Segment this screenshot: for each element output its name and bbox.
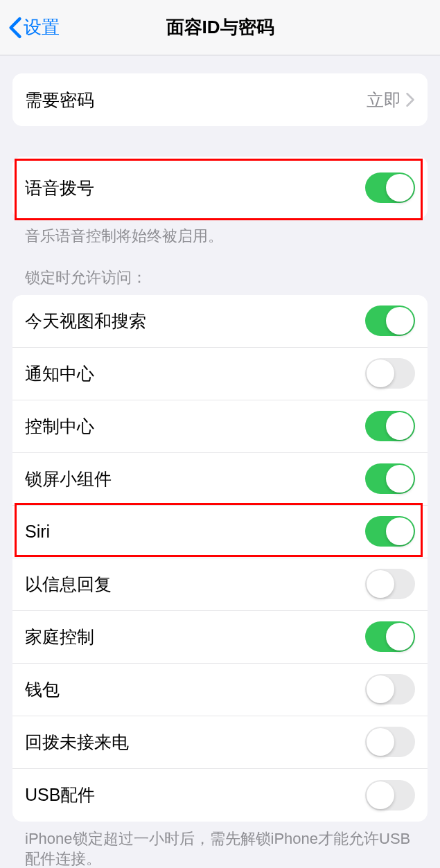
lock-access-row: 家庭控制 [12,611,428,664]
lock-access-label: USB配件 [25,783,95,806]
voice-dial-row: 语音拨号 [12,157,428,219]
lock-access-row: 锁屏小组件 [12,453,428,506]
lock-access-label: 回拨未接来电 [25,731,129,754]
require-passcode-row[interactable]: 需要密码 立即 [12,73,428,126]
lock-access-label: Siri [25,522,50,542]
lock-access-label: 家庭控制 [25,626,94,648]
voice-dial-toggle[interactable] [365,172,415,203]
lock-access-header: 锁定时允许访问： [12,267,428,295]
lock-access-row: 控制中心 [12,400,428,453]
lock-access-row: USB配件 [12,769,428,822]
passcode-card: 需要密码 立即 [12,73,428,126]
lock-access-label: 通知中心 [25,362,94,385]
back-label: 设置 [24,15,60,39]
chevron-left-icon [8,17,22,39]
require-passcode-label: 需要密码 [25,89,94,112]
lock-access-toggle[interactable] [365,621,415,652]
require-passcode-value: 立即 [367,89,401,112]
lock-access-row: 钱包 [12,664,428,716]
lock-access-toggle[interactable] [365,411,415,441]
back-button[interactable]: 设置 [8,15,60,39]
voice-dial-footer: 音乐语音控制将始终被启用。 [12,219,428,247]
lock-access-toggle[interactable] [365,780,415,811]
content: 需要密码 立即 语音拨号 音乐语音控制将始终被启用。 锁定时允许访问： 今天 [0,73,440,868]
lock-access-label: 今天视图和搜索 [25,310,146,333]
page-title: 面容ID与密码 [166,15,274,39]
lock-access-row: 通知中心 [12,348,428,400]
lock-access-toggle[interactable] [365,569,415,599]
lock-access-footer: iPhone锁定超过一小时后，需先解锁iPhone才能允许USB配件连接。 [12,822,428,868]
lock-access-row: 以信息回复 [12,558,428,611]
lock-access-row: 今天视图和搜索 [12,295,428,348]
lock-access-toggle[interactable] [365,305,415,336]
chevron-right-icon [405,92,415,107]
lock-access-label: 以信息回复 [25,573,112,596]
lock-access-toggle[interactable] [365,516,415,547]
lock-access-label: 钱包 [25,678,60,701]
lock-access-toggle[interactable] [365,358,415,389]
lock-access-toggle[interactable] [365,463,415,494]
lock-access-label: 锁屏小组件 [25,468,112,490]
voice-dial-label: 语音拨号 [25,177,94,200]
voice-dial-card: 语音拨号 [12,157,428,219]
lock-access-toggle[interactable] [365,674,415,705]
navbar: 设置 面容ID与密码 [0,0,440,55]
lock-access-card: 今天视图和搜索通知中心控制中心锁屏小组件Siri以信息回复家庭控制钱包回拨未接来… [12,295,428,822]
lock-access-row: 回拨未接来电 [12,716,428,769]
lock-access-row: Siri [12,506,428,558]
lock-access-toggle[interactable] [365,727,415,757]
lock-access-label: 控制中心 [25,415,94,438]
